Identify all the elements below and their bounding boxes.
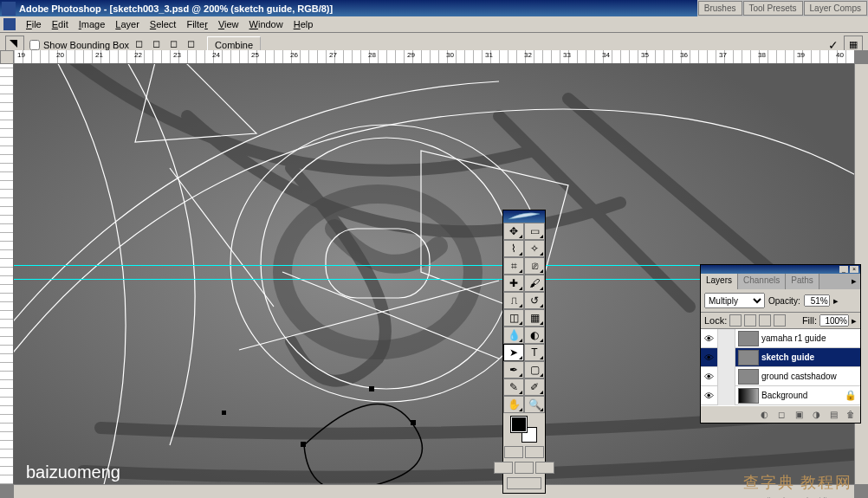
tool-type[interactable]: T [524,344,545,361]
tool-stamp[interactable]: ⎍ [503,292,524,309]
tool-dodge[interactable]: ◐ [524,327,545,344]
layer-thumbnail[interactable] [738,350,759,365]
tab-paths[interactable]: Paths [786,274,819,289]
adjustment-layer-icon[interactable]: ◑ [810,409,822,421]
lock-image-icon[interactable] [744,314,756,327]
horizontal-ruler[interactable]: 1920212223242526272829303132333435363738… [14,50,854,64]
screen-mode-standard-icon[interactable] [494,462,513,474]
tool-gradient[interactable]: ▦ [524,309,545,327]
ruler-tick: 21 [95,51,103,59]
link-cell[interactable] [718,329,735,348]
tab-channels[interactable]: Channels [738,274,786,289]
menu-filter[interactable]: Filter [181,17,212,31]
toolbox: ✥▭⌇✧⌗⎚✚🖌⎍↺◫▦💧◐➤T✒▢✎✐✋🔍 [502,210,546,494]
visibility-icon[interactable]: 👁 [701,329,718,348]
tool-eyedropper[interactable]: ✐ [524,378,545,396]
app-icon [2,2,16,16]
tool-shape[interactable]: ▢ [524,361,545,378]
layer-row[interactable]: 👁yamaha r1 guide [701,329,860,348]
panel-minimize-icon[interactable]: _ [839,266,848,273]
menu-file[interactable]: File [21,17,47,31]
tool-eraser[interactable]: ◫ [503,309,524,327]
new-layer-icon[interactable]: ▤ [827,409,839,421]
ruler-tick: 33 [563,51,571,59]
lock-transparency-icon[interactable] [729,314,742,327]
fill-label: Fill: [802,315,817,326]
panel-close-icon[interactable]: × [850,266,858,273]
ruler-origin[interactable] [0,50,14,64]
quickmask-on-icon[interactable] [525,446,544,458]
layer-row[interactable]: 👁ground castshadow [701,367,860,386]
tool-blur[interactable]: 💧 [503,327,524,344]
visibility-icon[interactable]: 👁 [701,386,718,405]
dock-tab-tool-presets[interactable]: Tool Presets [743,1,803,16]
layer-row[interactable]: 👁Background🔒 [701,386,860,405]
menu-select[interactable]: Select [145,17,182,31]
tool-lasso[interactable]: ⌇ [503,240,524,257]
opacity-label: Opacity: [768,296,800,306]
link-cell[interactable] [718,367,735,386]
tool-healing[interactable]: ✚ [503,275,524,292]
tool-brush[interactable]: 🖌 [524,275,545,292]
lock-all-icon[interactable] [774,314,786,327]
layer-name: yamaha r1 guide [761,333,860,343]
new-set-icon[interactable]: ▣ [793,409,805,421]
lock-label: Lock: [704,315,727,326]
menu-view[interactable]: View [213,17,244,31]
tool-hand[interactable]: ✋ [503,396,524,413]
link-cell[interactable] [718,386,735,405]
visibility-icon[interactable]: 👁 [701,348,718,367]
panel-menu-icon[interactable]: ▸ [848,274,860,289]
opacity-input[interactable] [804,294,830,307]
tool-crop[interactable]: ⌗ [503,257,524,275]
ruler-tick: 36 [680,51,688,59]
horizontal-scrollbar[interactable] [14,484,854,498]
ruler-tick: 23 [173,51,181,59]
tool-slice[interactable]: ⎚ [524,257,545,275]
jump-to-imageready-icon[interactable] [507,477,541,489]
vertical-ruler[interactable] [0,64,14,484]
show-bounding-box-checkbox[interactable]: Show Bounding Box [29,40,129,50]
layers-panel-footer: ◐ ◻ ▣ ◑ ▤ 🗑 [701,405,860,423]
tool-path-sel[interactable]: ➤ [503,344,524,361]
blend-mode-select[interactable]: Multiply [704,293,765,308]
layer-thumbnail[interactable] [738,331,759,346]
tool-marquee[interactable]: ▭ [524,223,545,240]
dock-tab-brushes[interactable]: Brushes [698,1,742,16]
menu-layer[interactable]: Layer [110,17,145,31]
link-cell[interactable] [718,348,735,367]
tool-history[interactable]: ↺ [524,292,545,309]
layer-thumbnail[interactable] [738,369,759,385]
screen-mode-full-icon[interactable] [535,462,554,474]
menu-edit[interactable]: Edit [47,17,74,31]
delete-layer-icon[interactable]: 🗑 [845,409,857,421]
lock-position-icon[interactable] [759,314,771,327]
layer-row[interactable]: 👁sketch guide [701,348,860,367]
tool-wand[interactable]: ✧ [524,240,545,257]
layer-mask-icon[interactable]: ◻ [775,409,787,421]
fill-slider-icon[interactable]: ▸ [852,315,857,327]
fill-input[interactable] [819,314,849,327]
dock-tab-layer-comps[interactable]: Layer Comps [804,1,867,16]
visibility-icon[interactable]: 👁 [701,367,718,386]
tool-notes[interactable]: ✎ [503,378,524,396]
menu-window[interactable]: Window [244,17,288,31]
foreground-color[interactable] [511,417,527,432]
ruler-tick: 29 [407,51,415,59]
tool-move[interactable]: ✥ [503,223,524,240]
lock-icon: 🔒 [841,390,860,401]
ruler-tick: 40 [836,51,844,59]
tool-pen[interactable]: ✒ [503,361,524,378]
layer-style-icon[interactable]: ◐ [758,409,770,421]
tool-zoom[interactable]: 🔍 [524,396,545,413]
screen-mode-full-menu-icon[interactable] [515,462,534,474]
panel-titlebar[interactable]: _ × [701,265,860,274]
toolbox-header[interactable] [503,210,545,223]
layer-thumbnail[interactable] [738,388,759,404]
tab-layers[interactable]: Layers [701,274,738,289]
menu-image[interactable]: Image [74,17,111,31]
opacity-slider-icon[interactable]: ▸ [833,295,839,307]
color-swatches[interactable] [511,417,537,443]
quickmask-off-icon[interactable] [504,446,523,458]
menu-help[interactable]: Help [288,17,319,31]
